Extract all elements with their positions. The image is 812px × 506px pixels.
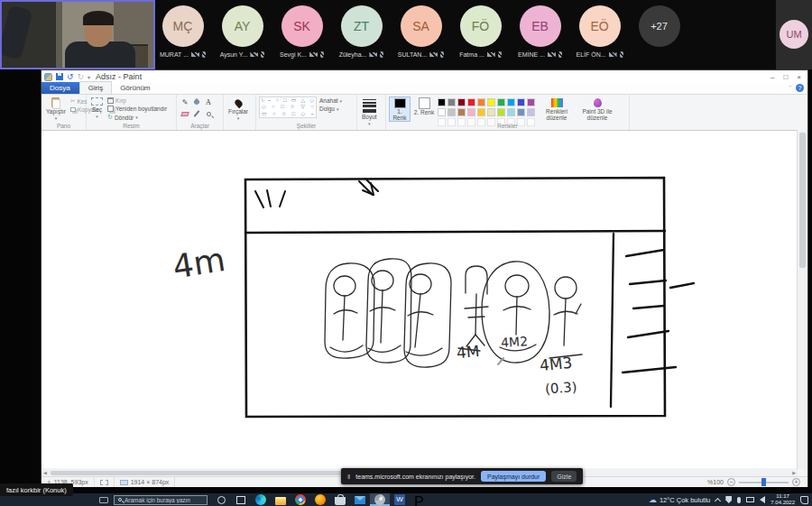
avatar[interactable]: +27	[639, 5, 680, 47]
participant-tile[interactable]: MÇMURAT ...	[159, 5, 207, 58]
tray-mic-icon[interactable]	[737, 497, 741, 503]
select-button[interactable]: Seç ▾	[89, 97, 105, 122]
palette-color-swatch[interactable]	[527, 108, 535, 116]
zoom-slider[interactable]	[739, 482, 789, 483]
paint-app-icon[interactable]	[44, 73, 52, 81]
participant-tile[interactable]: AYAysun Y...	[218, 5, 266, 58]
palette-color-swatch[interactable]	[457, 108, 466, 116]
shape-glyph[interactable]: ○	[275, 97, 279, 104]
participant-tile[interactable]: EBEMİNE ...	[516, 5, 564, 58]
shape-glyph[interactable]: □	[283, 97, 287, 104]
file-explorer-taskbar-button[interactable]	[271, 493, 291, 506]
tray-chevron-up-icon[interactable]	[715, 497, 721, 503]
security-shield-icon[interactable]	[725, 496, 732, 503]
powerpoint-taskbar-button[interactable]: P	[410, 493, 429, 506]
redo-icon[interactable]: ↻	[78, 73, 85, 81]
palette-color-swatch[interactable]	[517, 108, 525, 116]
palette-color-swatch[interactable]	[507, 98, 515, 106]
palette-color-swatch[interactable]	[477, 108, 485, 116]
drawing-canvas[interactable]: 4m 4M 4M2 4M3 (0.3)	[42, 130, 798, 468]
color1-button[interactable]: 1. Renk	[389, 97, 411, 122]
palette-color-swatch[interactable]	[507, 108, 515, 116]
shape-glyph[interactable]: ☆	[281, 111, 286, 117]
network-icon[interactable]	[746, 497, 754, 502]
participant-tile[interactable]: EÖELİF ÖN...	[576, 5, 623, 58]
search-input[interactable]: Aramak için buraya yazın	[114, 495, 208, 505]
avatar[interactable]: SK	[281, 5, 323, 47]
firefox-taskbar-button[interactable]	[310, 493, 330, 506]
webcam-video[interactable]	[0, 0, 155, 69]
volume-icon[interactable]	[760, 496, 765, 503]
action-center-icon[interactable]	[800, 496, 808, 504]
palette-color-swatch[interactable]	[448, 98, 456, 106]
paint-taskbar-button[interactable]	[370, 493, 390, 506]
palette-color-swatch[interactable]	[487, 108, 495, 116]
eraser-tool[interactable]	[180, 108, 190, 119]
resize-button[interactable]: Yeniden boyutlandır	[107, 106, 167, 112]
magnifier-tool[interactable]	[203, 108, 214, 119]
avatar[interactable]: MÇ	[162, 5, 204, 47]
tab-view[interactable]: Görünüm	[112, 82, 158, 94]
shape-glyph[interactable]: ◇	[309, 97, 314, 104]
shape-glyph[interactable]: ~	[310, 111, 314, 117]
paint-titlebar[interactable]: ↺ ↻ ▾ Adsız - Paint – □ ×	[42, 70, 807, 83]
tab-file[interactable]: Dosya	[42, 82, 79, 94]
zoom-slider-thumb[interactable]	[761, 478, 766, 486]
avatar[interactable]: EÖ	[579, 5, 621, 47]
undo-icon[interactable]: ↺	[67, 73, 74, 81]
shape-glyph[interactable]: ◇	[301, 111, 306, 117]
overflow-participants-tile[interactable]: +27	[635, 5, 683, 58]
save-icon[interactable]	[56, 73, 63, 80]
maximize-button[interactable]: □	[783, 73, 788, 81]
paste-button[interactable]: Yapıştır ▾	[44, 97, 68, 122]
participant-tile[interactable]: SASULTAN...	[397, 5, 445, 58]
hide-share-bar-button[interactable]: Gizle	[551, 471, 577, 482]
shape-glyph[interactable]: ▽	[300, 104, 305, 110]
shape-glyph[interactable]: ▭	[291, 97, 297, 104]
mail-taskbar-button[interactable]	[350, 493, 370, 506]
shapes-gallery[interactable]: \~○□▭△◇◇○□☆▽○▭○☆□◇~	[259, 97, 317, 118]
shape-glyph[interactable]: ○	[272, 111, 276, 117]
palette-color-swatch[interactable]	[467, 98, 475, 106]
edit-colors-button[interactable]: Renkleri düzenle	[539, 97, 575, 122]
shape-glyph[interactable]: □	[281, 104, 284, 110]
participant-tile[interactable]: SKSevgi K...	[278, 5, 326, 58]
zoom-in-button[interactable]: +	[792, 478, 800, 486]
rotate-button[interactable]: ↻Döndür▾	[107, 114, 167, 121]
color-picker-tool[interactable]	[191, 108, 202, 119]
crop-button[interactable]: Kırp	[107, 97, 167, 104]
tab-home[interactable]: Giriş	[79, 81, 112, 94]
brushes-button[interactable]: Fırçalar ▾	[226, 97, 250, 122]
palette-color-swatch[interactable]	[497, 98, 505, 106]
avatar[interactable]: UM	[780, 20, 808, 49]
pencil-tool[interactable]: ✎	[180, 97, 190, 107]
participant-tile[interactable]: ZTZüleyha...	[337, 5, 385, 58]
palette-color-swatch[interactable]	[477, 98, 485, 106]
close-button[interactable]: ×	[797, 73, 801, 81]
edge-taskbar-button[interactable]	[251, 493, 271, 506]
text-tool[interactable]: A	[203, 97, 214, 107]
help-icon[interactable]: ?	[796, 84, 804, 92]
avatar[interactable]: EB	[520, 5, 561, 47]
avatar[interactable]: AY	[222, 5, 263, 47]
avatar[interactable]: SA	[401, 5, 442, 47]
minimize-button[interactable]: –	[770, 73, 774, 81]
palette-color-swatch[interactable]	[487, 98, 495, 106]
palette-color-swatch[interactable]	[527, 98, 535, 106]
weather-widget[interactable]: ☁ 12°C Çok bulutlu	[649, 495, 710, 504]
palette-color-swatch[interactable]	[497, 108, 505, 116]
shape-glyph[interactable]: ○	[310, 104, 314, 110]
fill-tool[interactable]	[191, 97, 202, 107]
shape-glyph[interactable]: ○	[272, 104, 275, 110]
palette-color-swatch[interactable]	[448, 108, 456, 116]
shape-glyph[interactable]: ▭	[262, 111, 267, 117]
palette-color-swatch[interactable]	[457, 98, 466, 106]
palette-color-swatch[interactable]	[517, 98, 525, 106]
shape-glyph[interactable]: △	[301, 97, 306, 104]
shape-glyph[interactable]: □	[292, 111, 296, 117]
vertical-scrollbar[interactable]	[797, 131, 807, 469]
chrome-taskbar-button[interactable]	[291, 493, 310, 506]
task-view-taskbar-button[interactable]	[231, 493, 251, 506]
stop-sharing-button[interactable]: Paylaşmayı durdur	[481, 471, 546, 482]
shape-glyph[interactable]: ◇	[262, 104, 266, 110]
